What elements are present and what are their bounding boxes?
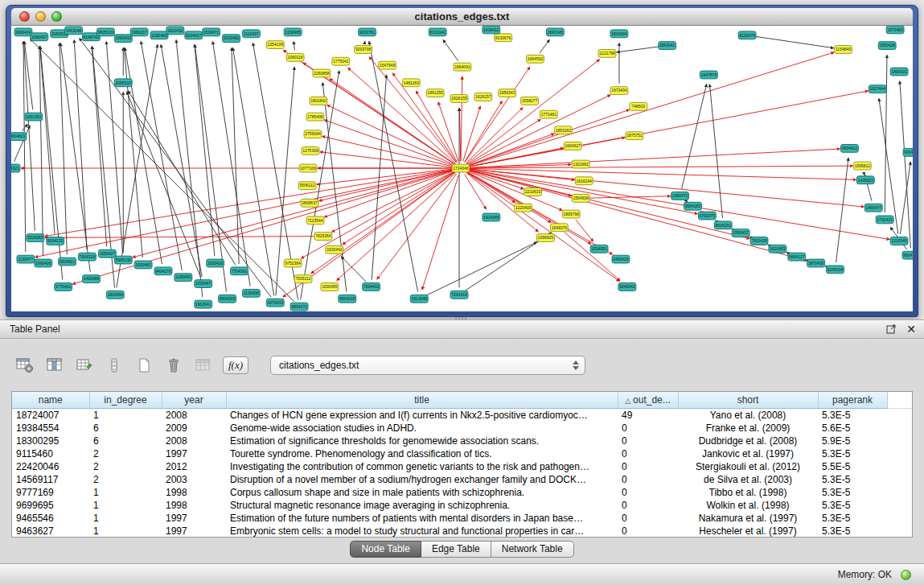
graph-edge[interactable]: [294, 42, 294, 51]
graph-node[interactable]: 8304921: [59, 257, 76, 266]
table-cell[interactable]: 9777169: [12, 486, 89, 499]
table-cell[interactable]: Nakamura et al. (1997): [678, 512, 818, 525]
graph-node[interactable]: 2526065: [27, 234, 44, 242]
table-cell[interactable]: 49: [618, 408, 678, 422]
table-cell[interactable]: 2003: [162, 473, 226, 486]
graph-edge[interactable]: [425, 242, 536, 296]
graph-node[interactable]: 2260858: [313, 69, 331, 77]
table-cell[interactable]: 0: [618, 473, 678, 486]
graph-node[interactable]: 2808637: [301, 199, 318, 207]
table-cell[interactable]: 9115460: [12, 447, 89, 460]
graph-node[interactable]: 1863041: [659, 42, 676, 50]
table-cell[interactable]: 5.6E-5: [818, 422, 887, 435]
graph-node[interactable]: 1604627: [564, 142, 581, 150]
graph-node[interactable]: 1077109: [299, 164, 317, 172]
table-cell[interactable]: 0: [618, 486, 678, 499]
graph-edge[interactable]: [467, 95, 610, 165]
table-cell[interactable]: Estimation of significance thresholds fo…: [226, 435, 618, 447]
graph-node[interactable]: 1956343: [499, 89, 516, 97]
graph-node[interactable]: 2030482: [223, 35, 240, 43]
graph-node[interactable]: 1130477: [17, 255, 35, 263]
table-row[interactable]: 1830029562008Estimation of significance …: [12, 435, 912, 447]
graph-edge[interactable]: [348, 68, 456, 163]
graph-node[interactable]: 1613048: [410, 295, 428, 303]
table-cell[interactable]: 5.5E-5: [818, 460, 887, 473]
table-cell[interactable]: 9465546: [12, 512, 89, 525]
graph-edge[interactable]: [343, 172, 455, 245]
graph-node[interactable]: 2070433: [266, 299, 284, 307]
graph-edge[interactable]: [885, 55, 887, 212]
graph-edge[interactable]: [754, 36, 834, 48]
graph-node[interactable]: 1330467: [195, 280, 212, 288]
graph-node[interactable]: 1524951: [590, 245, 608, 253]
graph-edge[interactable]: [467, 134, 554, 166]
table-cell[interactable]: Wolkin et al. (1998): [678, 499, 818, 512]
graph-edge[interactable]: [468, 170, 750, 238]
graph-node[interactable]: 1785408: [306, 113, 324, 121]
graph-node[interactable]: 1730415: [876, 216, 893, 224]
table-cell[interactable]: 19384554: [12, 422, 89, 435]
graph-edge[interactable]: [443, 40, 458, 61]
graph-node[interactable]: 1405923: [856, 176, 874, 184]
table-cell[interactable]: Franke et al. (2009): [678, 422, 818, 435]
graph-node[interactable]: 1254109: [266, 41, 284, 49]
graph-edge[interactable]: [709, 84, 722, 218]
table-cell[interactable]: 5.3E-5: [818, 486, 887, 499]
table-cell[interactable]: Embryonic stem cells: a model to study s…: [226, 525, 618, 538]
graph-node[interactable]: 1221798: [598, 50, 616, 58]
tab-network-table[interactable]: Network Table: [491, 541, 574, 558]
graph-node[interactable]: 2065310: [114, 79, 132, 87]
graph-node[interactable]: 1901353: [25, 113, 43, 121]
close-panel-icon[interactable]: ✕: [906, 320, 916, 339]
graph-node[interactable]: 1290463: [150, 31, 168, 39]
table-cell[interactable]: Disruption of a novel member of a sodium…: [226, 473, 618, 486]
graph-edge[interactable]: [128, 91, 235, 265]
table-cell[interactable]: 1: [89, 486, 162, 499]
graph-edge[interactable]: [682, 84, 707, 188]
table-selector-dropdown[interactable]: citations_edges.txt: [270, 356, 585, 375]
graph-node[interactable]: 2450419: [612, 255, 630, 263]
table-row[interactable]: 946362711997Embryonic stem cells: a mode…: [12, 525, 912, 538]
graph-node[interactable]: 1664592: [527, 55, 544, 63]
table-cell[interactable]: 5.3E-5: [818, 525, 887, 538]
graph-node[interactable]: 1963048: [65, 27, 83, 35]
table-cell[interactable]: Tourette syndrome. Phenomenology and cla…: [226, 447, 618, 460]
graph-edge[interactable]: [468, 149, 840, 168]
table-cell[interactable]: Yano et al. (2008): [678, 408, 818, 422]
graph-edge[interactable]: [106, 42, 122, 253]
graph-node[interactable]: 1650427: [98, 249, 116, 257]
graph-node[interactable]: 9204617: [185, 31, 203, 39]
table-cell[interactable]: 0: [618, 512, 678, 525]
graph-edge[interactable]: [72, 171, 454, 285]
table-cell[interactable]: 1997: [162, 447, 226, 460]
table-cell[interactable]: 1: [89, 525, 162, 538]
table-cell[interactable]: Stergiakouli et al. (2012): [678, 460, 818, 473]
column-header-in-degree[interactable]: in_degree: [89, 392, 162, 408]
graph-edge[interactable]: [195, 45, 215, 257]
table-mode-icon[interactable]: [14, 355, 35, 376]
table-cell[interactable]: 1: [89, 512, 162, 525]
tab-edge-table[interactable]: Edge Table: [421, 541, 491, 558]
graph-node[interactable]: 1230465: [284, 28, 302, 36]
table-cell[interactable]: 2008: [162, 435, 226, 447]
graph-node[interactable]: 9304175: [903, 148, 913, 156]
graph-node[interactable]: 1616244: [575, 177, 593, 185]
table-row[interactable]: 977716911998Corpus callosum shape and si…: [12, 486, 912, 499]
table-cell[interactable]: Investigating the contribution of common…: [226, 460, 618, 473]
graph-edge[interactable]: [467, 172, 515, 203]
table-cell[interactable]: 2: [89, 447, 162, 460]
table-cell[interactable]: 0: [618, 499, 678, 512]
graph-node[interactable]: 1547948: [379, 61, 396, 69]
graph-edge[interactable]: [301, 171, 454, 258]
table-cell[interactable]: 2: [89, 473, 162, 486]
graph-edge[interactable]: [864, 173, 864, 175]
graph-node[interactable]: 8804172: [290, 303, 308, 311]
table-cell[interactable]: 1: [89, 408, 162, 422]
delete-table-icon[interactable]: [163, 355, 184, 376]
table-cell[interactable]: 9699695: [12, 499, 89, 512]
graph-node[interactable]: 9404276: [154, 267, 172, 275]
table-cell[interactable]: 9463627: [12, 525, 89, 538]
graph-edge[interactable]: [836, 158, 848, 262]
table-cell[interactable]: 0: [618, 460, 678, 473]
graph-node[interactable]: 9604412: [840, 145, 858, 153]
